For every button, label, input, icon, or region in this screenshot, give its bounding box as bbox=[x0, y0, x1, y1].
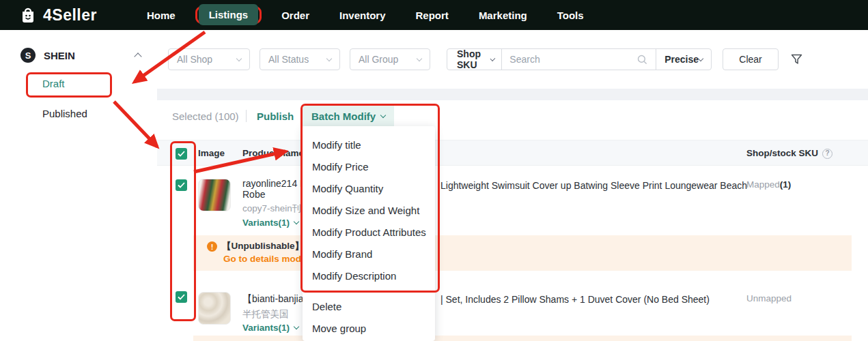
chevron-down-icon bbox=[417, 55, 422, 61]
menu-item-modify-brand[interactable]: Modify Brand bbox=[303, 243, 435, 265]
warning-text: 【Unpublishable】F bbox=[222, 240, 309, 252]
chevron-down-icon bbox=[294, 219, 299, 224]
chevron-down-icon bbox=[380, 112, 386, 117]
store-name: SHEIN bbox=[44, 50, 135, 61]
search-input[interactable] bbox=[501, 54, 637, 65]
column-header-sku: Shop/stock SKU ? bbox=[746, 140, 832, 166]
unpublishable-warning: ! 【Unpublishable】F Go to details modify bbox=[193, 235, 852, 271]
chevron-down-icon bbox=[236, 55, 242, 61]
search-icon bbox=[637, 55, 647, 65]
batch-modify-label: Batch Modify bbox=[311, 110, 376, 122]
all-shop-select[interactable]: All Shop bbox=[168, 48, 250, 70]
batch-modify-button[interactable]: Batch Modify bbox=[303, 106, 394, 126]
product-title-continued: Lightweight Swimsuit Cover up Batwing Sl… bbox=[440, 180, 747, 191]
app-logo[interactable]: 4Seller bbox=[19, 6, 97, 25]
sku-search-group: Shop SKU Precise bbox=[447, 48, 712, 70]
store-header-shein[interactable]: S SHEIN bbox=[20, 48, 141, 63]
draft-annotation-box bbox=[26, 72, 112, 98]
sidebar-item-published[interactable]: Published bbox=[42, 108, 87, 119]
help-icon[interactable]: ? bbox=[822, 149, 832, 159]
publish-button[interactable]: Publish bbox=[257, 110, 294, 122]
row-checkbox[interactable] bbox=[176, 291, 187, 303]
menu-item-modify-size-weight[interactable]: Modify Size and Weight bbox=[303, 200, 435, 222]
menu-item-delete[interactable]: Delete bbox=[303, 296, 435, 318]
chevron-down-icon bbox=[326, 55, 332, 61]
product-subtitle: copy7-shein刊登 bbox=[242, 203, 311, 215]
select-all-checkbox[interactable] bbox=[176, 148, 187, 160]
precise-select[interactable]: Precise bbox=[656, 54, 711, 65]
nav-inventory[interactable]: Inventory bbox=[329, 5, 396, 26]
all-status-value: All Status bbox=[268, 54, 309, 65]
nav-marketing[interactable]: Marketing bbox=[468, 5, 537, 26]
precise-value: Precise bbox=[664, 54, 699, 65]
nav-home[interactable]: Home bbox=[137, 5, 186, 26]
top-navbar: 4Seller Home Listings Order Inventory Re… bbox=[0, 0, 868, 30]
sku-status: Mapped(1) bbox=[746, 179, 791, 190]
product-image[interactable] bbox=[198, 179, 231, 211]
table-header: Image Product name/S Shop/stock SKU ? bbox=[157, 140, 868, 166]
warning-icon: ! bbox=[207, 241, 217, 252]
menu-divider bbox=[303, 291, 435, 292]
all-group-value: All Group bbox=[359, 54, 398, 65]
sidebar: S SHEIN Draft Published bbox=[0, 30, 157, 341]
filter-funnel-icon[interactable] bbox=[791, 54, 802, 65]
product-title-continued: | Set, Includes 2 Pillow Shams + 1 Duvet… bbox=[440, 294, 710, 305]
menu-item-modify-price[interactable]: Modify Price bbox=[303, 156, 435, 178]
nav-menu: Home Listings Order Inventory Report Mar… bbox=[137, 5, 594, 26]
variants-toggle[interactable]: Variants(1) bbox=[242, 218, 298, 228]
main-area: All Shop All Status All Group Shop SKU bbox=[157, 30, 868, 341]
sku-type-value: Shop SKU bbox=[457, 48, 491, 70]
nav-tools[interactable]: Tools bbox=[547, 5, 594, 26]
filter-bar: All Shop All Status All Group Shop SKU bbox=[157, 30, 868, 89]
clear-button[interactable]: Clear bbox=[723, 48, 779, 70]
menu-item-modify-description[interactable]: Modify Description bbox=[303, 265, 435, 287]
nav-order[interactable]: Order bbox=[271, 5, 320, 26]
nav-report[interactable]: Report bbox=[406, 5, 459, 26]
all-shop-value: All Shop bbox=[177, 54, 212, 65]
menu-item-modify-title[interactable]: Modify title bbox=[303, 134, 435, 156]
menu-item-modify-product-attributes[interactable]: Modify Product Attributes bbox=[303, 222, 435, 243]
listings-annotation-box: Listings bbox=[195, 6, 262, 24]
menu-item-move-group[interactable]: Move group bbox=[303, 318, 435, 340]
store-avatar: S bbox=[20, 48, 36, 63]
unpublishable-warning-partial bbox=[193, 336, 852, 341]
menu-item-modify-quantity[interactable]: Modify Quantity bbox=[303, 178, 435, 200]
product-image[interactable] bbox=[198, 292, 231, 325]
chevron-down-icon bbox=[698, 55, 703, 61]
logo-text: 4Seller bbox=[43, 6, 97, 25]
all-status-select[interactable]: All Status bbox=[260, 48, 340, 70]
listings-table-card: Selected (100) Publish Batch Modify Imag… bbox=[157, 100, 868, 341]
selected-count: Selected (100) bbox=[172, 110, 239, 122]
variants-toggle[interactable]: Variants(1) bbox=[242, 323, 298, 333]
go-to-details-link[interactable]: Go to details modify bbox=[223, 254, 312, 264]
column-header-image: Image bbox=[198, 140, 225, 166]
product-name: rayonline214 Ka Robe bbox=[242, 178, 311, 200]
nav-listings[interactable]: Listings bbox=[199, 4, 259, 25]
batch-modify-dropdown: Modify title Modify Price Modify Quantit… bbox=[303, 126, 435, 341]
product-subtitle: 半托管美国 bbox=[242, 308, 289, 321]
shopping-bag-icon bbox=[19, 6, 37, 24]
sku-type-select[interactable]: Shop SKU bbox=[447, 48, 501, 70]
chevron-up-icon bbox=[134, 53, 141, 60]
all-group-select[interactable]: All Group bbox=[350, 48, 430, 70]
chevron-down-icon bbox=[294, 324, 299, 329]
sidebar-item-draft[interactable]: Draft bbox=[42, 78, 65, 89]
sku-status: Unmapped bbox=[746, 293, 792, 303]
divider bbox=[246, 110, 247, 122]
row-checkbox[interactable] bbox=[176, 179, 187, 191]
